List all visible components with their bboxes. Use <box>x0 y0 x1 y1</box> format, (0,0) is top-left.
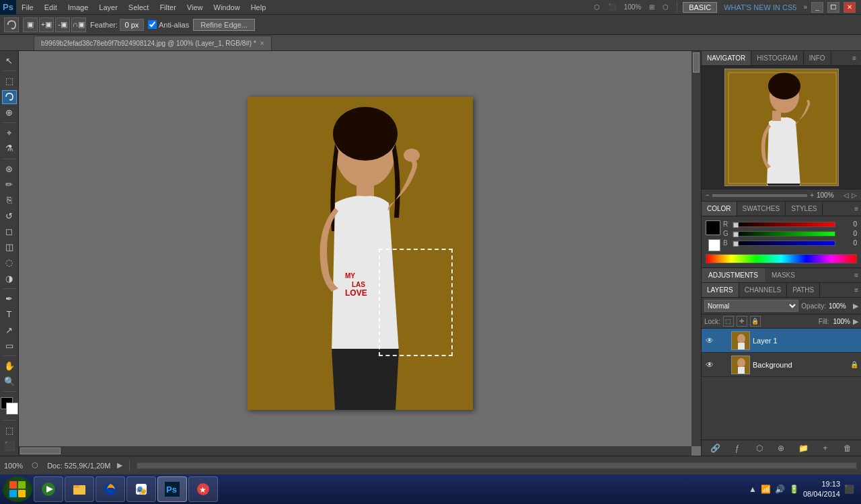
tab-paths[interactable]: PATHS <box>787 283 820 297</box>
create-group-button[interactable]: 📁 <box>796 442 810 454</box>
show-desktop-icon[interactable]: ⬛ <box>844 485 854 494</box>
layer-item-background[interactable]: 👁 Background 🔒 <box>702 353 861 377</box>
gradient-tool[interactable]: ◫ <box>2 240 17 254</box>
expand-arrow-icon[interactable]: » <box>803 3 807 11</box>
menu-window[interactable]: Window <box>209 2 246 13</box>
add-mask-button[interactable]: ⬡ <box>753 442 766 454</box>
lock-position-icon[interactable]: ✛ <box>737 316 747 327</box>
background-visibility-icon[interactable]: 👁 <box>704 360 715 370</box>
background-color[interactable] <box>6 403 18 415</box>
intersect-selection-icon[interactable]: ∩▣ <box>71 17 86 32</box>
taskbar-firefox[interactable] <box>96 476 125 502</box>
feather-input[interactable] <box>120 19 144 31</box>
menu-edit[interactable]: Edit <box>39 2 63 13</box>
basic-workspace-button[interactable]: BASIC <box>683 2 717 13</box>
menu-layer[interactable]: Layer <box>93 2 123 13</box>
lock-pixels-icon[interactable]: ⬚ <box>723 316 734 327</box>
menu-image[interactable]: Image <box>63 2 94 13</box>
subtract-selection-icon[interactable]: -▣ <box>55 17 70 32</box>
zoom-tool[interactable]: 🔍 <box>2 374 17 388</box>
horizontal-scroll-bar[interactable] <box>137 462 857 469</box>
quick-mask-button[interactable]: ⬚ <box>2 423 17 437</box>
tab-swatches[interactable]: SWATCHES <box>737 202 786 216</box>
zoom-slider[interactable] <box>712 194 807 197</box>
tab-layers[interactable]: LAYERS <box>702 283 739 297</box>
quick-selection-tool[interactable]: ⊕ <box>2 106 17 120</box>
menu-help[interactable]: Help <box>246 2 272 13</box>
vertical-scrollbar[interactable] <box>691 51 701 446</box>
add-layer-style-button[interactable]: ƒ <box>731 442 744 454</box>
background-color-swatch[interactable] <box>708 239 720 251</box>
tab-info[interactable]: INFO <box>804 51 831 65</box>
tray-volume-icon[interactable]: 🔊 <box>775 485 785 494</box>
text-tool[interactable]: T <box>2 307 17 321</box>
tab-masks[interactable]: MASKS <box>765 268 802 282</box>
rectangular-marquee-tool[interactable]: ⬚ <box>2 74 17 88</box>
create-fill-layer-button[interactable]: ⊕ <box>774 442 788 454</box>
pen-tool[interactable]: ✒ <box>2 292 17 306</box>
clone-stamp-tool[interactable]: ⎘ <box>2 193 17 207</box>
menu-view[interactable]: View <box>182 2 209 13</box>
taskbar-unknown1[interactable]: 🎭 <box>126 476 156 502</box>
tab-close-button[interactable]: × <box>260 40 264 47</box>
layers-panel-menu-icon[interactable]: ≡ <box>854 286 858 294</box>
anti-alias-checkbox[interactable] <box>148 20 157 29</box>
tab-styles[interactable]: STYLES <box>786 202 823 216</box>
eraser-tool[interactable]: ◻ <box>2 224 17 239</box>
foreground-color-swatch[interactable] <box>706 220 720 235</box>
status-icon[interactable]: ⬡ <box>30 460 40 471</box>
link-layers-button[interactable]: 🔗 <box>708 442 722 454</box>
new-selection-icon[interactable]: ▣ <box>23 17 38 32</box>
tray-up-arrow[interactable]: ▲ <box>749 485 757 494</box>
healing-brush-tool[interactable]: ⊛ <box>2 162 17 176</box>
restore-button[interactable]: ⧠ <box>827 2 839 13</box>
tray-battery-icon[interactable]: 🔋 <box>789 485 799 494</box>
blue-slider[interactable] <box>733 241 835 246</box>
eyedropper-tool[interactable]: ⚗ <box>2 141 17 155</box>
delete-layer-button[interactable]: 🗑 <box>841 442 854 454</box>
history-brush-tool[interactable]: ↺ <box>2 208 17 222</box>
tab-navigator[interactable]: NAVIGATOR <box>702 51 751 65</box>
fill-arrow[interactable]: ▶ <box>853 317 858 326</box>
menu-file[interactable]: File <box>16 2 39 13</box>
whats-new-link[interactable]: WHAT'S NEW IN CS5 <box>720 3 800 11</box>
add-selection-icon[interactable]: +▣ <box>39 17 54 32</box>
panel-menu-icon[interactable]: ≡ <box>850 54 858 62</box>
path-selection-tool[interactable]: ↗ <box>2 323 17 337</box>
zoom-in-icon[interactable]: + <box>810 192 814 199</box>
taskbar-media-player[interactable] <box>34 476 63 502</box>
hand-tool[interactable]: ✋ <box>2 359 17 373</box>
lock-all-icon[interactable]: 🔒 <box>750 316 761 327</box>
crop-tool[interactable]: ⌖ <box>2 126 17 140</box>
color-spectrum-bar[interactable] <box>706 254 857 263</box>
system-clock[interactable]: 19:13 08/04/2014 <box>803 479 840 500</box>
lasso-tool-icon[interactable] <box>4 17 19 32</box>
close-button[interactable]: ✕ <box>844 2 856 13</box>
shape-tool[interactable]: ▭ <box>2 339 17 353</box>
h-scroll-thumb[interactable] <box>20 448 61 454</box>
blend-mode-select[interactable]: Normal <box>704 300 798 312</box>
tab-histogram[interactable]: HISTOGRAM <box>751 51 803 65</box>
adj-panel-menu-icon[interactable]: ≡ <box>854 271 858 279</box>
menu-filter[interactable]: Filter <box>154 2 181 13</box>
layer1-visibility-icon[interactable]: 👁 <box>704 335 715 346</box>
horizontal-scrollbar[interactable] <box>19 446 691 456</box>
status-info-arrow[interactable]: ▶ <box>117 461 122 470</box>
screen-mode-button[interactable]: ⬛ <box>2 439 17 453</box>
zoom-out-icon[interactable]: − <box>706 192 710 199</box>
dodge-tool[interactable]: ◑ <box>2 271 17 286</box>
move-tool[interactable]: ↖ <box>2 54 17 68</box>
taskbar-photoshop[interactable]: Ps <box>157 476 187 502</box>
zoom-left-icon[interactable]: ◁ <box>844 192 849 199</box>
v-scroll-thumb[interactable] <box>693 52 700 73</box>
start-button[interactable] <box>3 476 32 502</box>
lasso-tool[interactable] <box>2 90 17 104</box>
menu-select[interactable]: Select <box>123 2 155 13</box>
layer-item-layer1[interactable]: 👁 Layer 1 <box>702 329 861 353</box>
anti-alias-option[interactable]: Anti-alias <box>148 20 189 29</box>
opacity-arrow[interactable]: ▶ <box>853 302 858 310</box>
taskbar-explorer[interactable] <box>65 476 94 502</box>
brush-tool[interactable]: ✏ <box>2 177 17 192</box>
red-slider[interactable] <box>733 222 835 227</box>
zoom-right-icon[interactable]: ▷ <box>852 192 857 199</box>
